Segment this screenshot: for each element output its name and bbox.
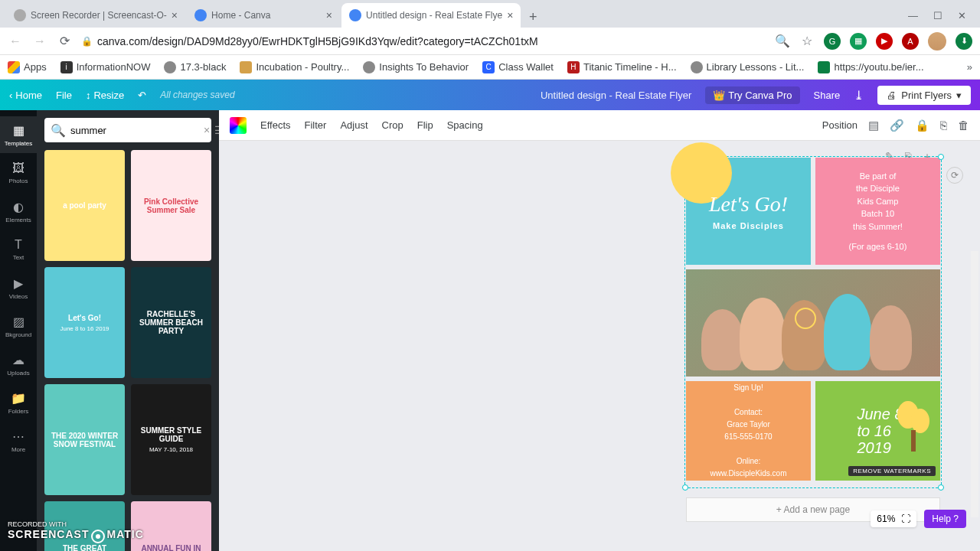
zoom-control[interactable]: 61%⛶ <box>871 510 916 527</box>
resize-handle[interactable] <box>682 484 688 491</box>
flyer-cell-date[interactable]: June 8 to 16 2019 REMOVE WATERMARKS <box>815 381 940 481</box>
address-bar[interactable]: 🔒 canva.com/design/DAD9Md28yy0/EwrHDKTgl… <box>81 35 766 47</box>
new-tab-button[interactable]: + <box>522 6 544 28</box>
nav-folders[interactable]: 📁Folders <box>0 384 37 421</box>
templates-grid: a pool partyPink Collective Summer SaleL… <box>37 150 219 551</box>
nav-more[interactable]: ⋯More <box>0 422 37 459</box>
minimize-button[interactable]: — <box>908 10 918 21</box>
design-page[interactable]: Let's Go! Make Disciples Be part of the … <box>686 158 940 487</box>
trash-icon[interactable]: 🗑 <box>958 119 969 132</box>
crop-button[interactable]: Crop <box>382 119 403 131</box>
bookmark-apps[interactable]: Apps <box>8 61 47 73</box>
template-thumb[interactable]: a pool party <box>44 150 125 261</box>
bookmark-item[interactable]: https://youtu.be/ier... <box>818 61 923 73</box>
undo-button[interactable]: ↶ <box>138 90 146 101</box>
bookmark-item[interactable]: Incubation - Poultry... <box>240 61 349 73</box>
close-icon[interactable]: × <box>507 9 513 21</box>
nav-elements[interactable]: ◐Elements <box>0 193 37 230</box>
try-pro-button[interactable]: 👑 Try Canva Pro <box>705 86 799 104</box>
recorder-watermark: RECORDED WITH SCREENCAST MATIC <box>8 520 144 543</box>
flyer-cell-headline[interactable]: Let's Go! Make Disciples <box>686 158 811 265</box>
nav-templates[interactable]: ▦Templates <box>0 116 37 153</box>
download-button[interactable]: ⤓ <box>854 88 864 103</box>
resize-handle[interactable] <box>938 484 944 491</box>
template-thumb[interactable]: Pink Collective Summer Sale <box>131 150 211 261</box>
color-swatch[interactable] <box>230 117 247 134</box>
site-icon <box>818 61 830 73</box>
adjust-button[interactable]: Adjust <box>340 119 368 131</box>
site-icon: H <box>567 61 580 73</box>
resize-button[interactable]: ↕ Resize <box>86 90 124 101</box>
search-box: 🔍 × ☰ <box>44 118 211 142</box>
search-input[interactable] <box>70 125 199 136</box>
forward-button[interactable]: → <box>32 34 47 49</box>
watermark-badge[interactable]: REMOVE WATERMARKS <box>848 466 936 476</box>
extension-icon[interactable]: ▦ <box>850 33 867 50</box>
extension-icon[interactable]: ▶ <box>876 33 893 50</box>
nav-background[interactable]: ▨Bkground <box>0 308 37 344</box>
close-window-button[interactable]: ✕ <box>958 10 966 21</box>
favicon <box>349 9 361 21</box>
template-thumb[interactable]: THE 2020 WINTER SNOW FESTIVAL <box>44 384 125 495</box>
resize-handle[interactable] <box>938 154 944 160</box>
transparency-icon[interactable]: ▤ <box>868 119 879 132</box>
browser-tab-0[interactable]: Screen Recorder | Screencast-O-× <box>6 3 185 28</box>
flip-button[interactable]: Flip <box>417 119 433 131</box>
share-button[interactable]: Share <box>814 90 841 101</box>
fullscreen-icon[interactable]: ⛶ <box>901 514 910 524</box>
nav-text[interactable]: TText <box>0 231 37 268</box>
sync-icon[interactable]: ⟳ <box>946 167 963 184</box>
bookmark-item[interactable]: Library Lessons - Lit... <box>691 61 805 73</box>
nav-photos[interactable]: 🖼Photos <box>0 155 37 191</box>
clear-icon[interactable]: × <box>204 124 210 136</box>
profile-avatar[interactable] <box>928 32 946 51</box>
bookmarks-overflow[interactable]: » <box>967 61 972 73</box>
browser-tab-1[interactable]: Home - Canva× <box>187 3 340 28</box>
duplicate-icon[interactable]: ⎘ <box>940 119 947 132</box>
effects-button[interactable]: Effects <box>260 119 291 131</box>
bookmark-item[interactable]: iInformationNOW <box>60 61 151 73</box>
photos-icon: 🖼 <box>12 161 24 175</box>
reload-button[interactable]: ⟳ <box>57 34 72 49</box>
bookmark-item[interactable]: 17.3-black <box>164 61 226 73</box>
cursor-highlight <box>795 308 816 329</box>
browser-toolbar: ← → ⟳ 🔒 canva.com/design/DAD9Md28yy0/Ewr… <box>0 28 980 55</box>
spacing-button[interactable]: Spacing <box>447 119 483 131</box>
print-button[interactable]: 🖨 Print Flyers ▾ <box>877 86 971 105</box>
extension-icon[interactable]: G <box>824 33 841 50</box>
file-menu[interactable]: File <box>56 90 72 101</box>
link-icon[interactable]: 🔗 <box>890 119 904 132</box>
site-icon: i <box>60 61 73 73</box>
back-button[interactable]: ← <box>8 34 23 49</box>
help-button[interactable]: Help ? <box>924 510 966 528</box>
lock-icon[interactable]: 🔒 <box>915 119 929 132</box>
bookmark-item[interactable]: Insights To Behavior <box>363 61 469 73</box>
vertical-scrollbar[interactable] <box>971 251 978 517</box>
position-button[interactable]: Position <box>822 119 858 131</box>
template-thumb[interactable]: Let's Go!June 8 to 16 2019 <box>44 267 125 378</box>
extension-icon[interactable]: ⬇ <box>956 33 972 50</box>
home-button[interactable]: ‹ Home <box>9 90 42 101</box>
bookmark-item[interactable]: CClass Wallet <box>482 61 554 73</box>
flyer-cell-photo[interactable] <box>686 269 940 377</box>
template-thumb[interactable]: RACHELLE'S SUMMER BEACH PARTY <box>131 267 211 378</box>
search-icon[interactable]: 🔍 <box>775 34 790 49</box>
star-icon[interactable]: ☆ <box>799 34 815 49</box>
document-title[interactable]: Untitled design - Real Estate Flyer <box>541 90 691 101</box>
maximize-button[interactable]: ☐ <box>933 10 942 21</box>
close-icon[interactable]: × <box>326 9 332 21</box>
nav-uploads[interactable]: ☁Uploads <box>0 346 37 383</box>
extension-icon[interactable]: A <box>902 33 919 50</box>
tree-graphic <box>894 399 933 453</box>
recorder-logo-icon <box>91 530 105 543</box>
browser-tab-2-active[interactable]: Untitled design - Real Estate Flye× <box>341 3 521 28</box>
nav-videos[interactable]: ▶Videos <box>0 269 37 306</box>
close-icon[interactable]: × <box>172 9 178 21</box>
filter-button[interactable]: Filter <box>305 119 327 131</box>
app-header: ‹ Home File ↕ Resize ↶ All changes saved… <box>0 80 980 110</box>
canvas-stage[interactable]: ✎ ⎘ ＋ ⟳ Let's Go! Make Disciples <box>219 141 980 551</box>
templates-icon: ▦ <box>13 123 24 138</box>
template-thumb[interactable]: SUMMER STYLE GUIDEMAY 7-10, 2018 <box>131 384 211 495</box>
svg-rect-2 <box>911 430 916 452</box>
bookmark-item[interactable]: HTitanic Timeline - H... <box>567 61 677 73</box>
